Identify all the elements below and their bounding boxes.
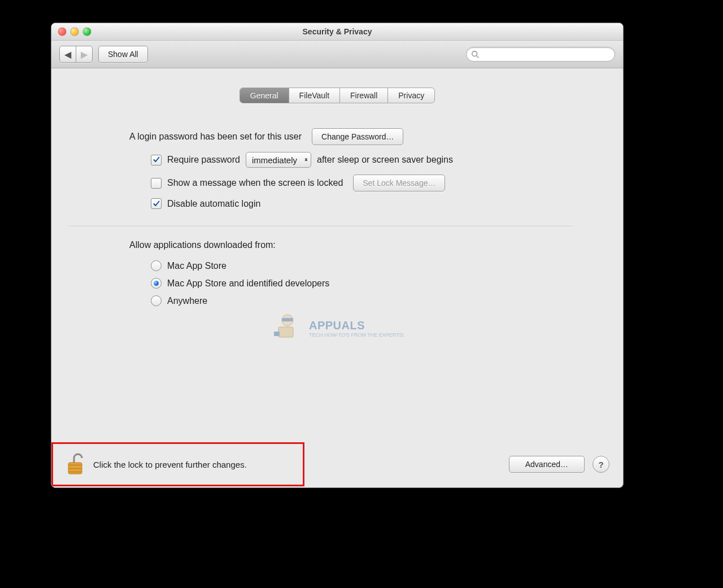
chevron-right-icon: ▶: [81, 49, 88, 60]
svg-rect-8: [68, 468, 82, 469]
require-password-suffix: after sleep or screen saver begins: [317, 155, 453, 165]
svg-rect-5: [274, 332, 280, 336]
nav-back-forward: ◀ ▶: [59, 46, 93, 63]
mascot-icon: [271, 312, 304, 344]
content-area: General FileVault Firewall Privacy A log…: [51, 68, 623, 488]
require-password-label: Require password: [167, 155, 240, 165]
allow-apps-heading: Allow applications downloaded from:: [129, 240, 276, 250]
window-title: Security & Privacy: [51, 27, 623, 36]
search-input[interactable]: [482, 50, 610, 59]
change-password-label: Change Password…: [321, 132, 394, 141]
tab-label: Privacy: [398, 91, 424, 100]
allow-apps-option-label: Mac App Store and identified developers: [167, 278, 329, 289]
help-button[interactable]: ?: [593, 456, 609, 473]
unlock-icon: [66, 452, 86, 476]
login-password-text: A login password has been set for this u…: [129, 132, 302, 142]
show-all-button[interactable]: Show All: [98, 46, 148, 63]
tab-general[interactable]: General: [240, 88, 289, 103]
show-lock-message-label: Show a message when the screen is locked: [167, 178, 343, 188]
advanced-button[interactable]: Advanced…: [509, 456, 585, 473]
show-lock-message-checkbox[interactable]: [151, 178, 162, 189]
help-icon: ?: [598, 460, 603, 469]
advanced-label: Advanced…: [525, 460, 568, 469]
svg-line-1: [477, 56, 479, 58]
watermark-brand: APPUALS: [309, 319, 365, 332]
require-password-checkbox[interactable]: [151, 155, 162, 165]
svg-rect-9: [68, 471, 82, 473]
tab-label: General: [250, 91, 278, 100]
allow-apps-option-mac-app-store[interactable]: [151, 260, 162, 271]
allow-apps-option-label: Anywhere: [167, 296, 207, 306]
titlebar: Security & Privacy: [51, 23, 623, 41]
disable-auto-login-label: Disable automatic login: [167, 199, 260, 209]
section-divider: [68, 226, 572, 227]
set-lock-message-label: Set Lock Message…: [363, 178, 435, 188]
preferences-window: Security & Privacy ◀ ▶ Show All: [51, 23, 624, 488]
svg-rect-7: [68, 464, 82, 466]
lock-button[interactable]: [66, 452, 86, 476]
allow-apps-option-identified-developers[interactable]: [151, 278, 162, 289]
tab-filevault[interactable]: FileVault: [289, 88, 340, 103]
svg-rect-2: [278, 327, 293, 337]
tab-privacy[interactable]: Privacy: [388, 88, 434, 103]
allow-apps-option-label: Mac App Store: [167, 261, 227, 271]
search-icon: [471, 50, 479, 58]
tab-firewall[interactable]: Firewall: [340, 88, 388, 103]
search-field[interactable]: [466, 47, 615, 62]
require-password-delay-popup[interactable]: immediately ▲▼: [246, 152, 311, 168]
svg-rect-4: [282, 318, 293, 321]
forward-button[interactable]: ▶: [76, 46, 92, 62]
back-button[interactable]: ◀: [60, 46, 76, 62]
change-password-button[interactable]: Change Password…: [312, 128, 403, 145]
lock-text: Click the lock to prevent further change…: [93, 460, 247, 469]
svg-point-3: [282, 315, 293, 326]
tab-label: Firewall: [350, 91, 377, 100]
disable-auto-login-checkbox[interactable]: [151, 198, 162, 209]
watermark-tagline: TECH HOW-TO'S FROM THE EXPERTS!: [309, 332, 404, 338]
tabs: General FileVault Firewall Privacy: [68, 88, 606, 103]
require-password-delay-value: immediately: [252, 155, 297, 165]
tab-label: FileVault: [299, 91, 329, 100]
chevron-left-icon: ◀: [64, 49, 71, 60]
show-all-label: Show All: [108, 50, 138, 59]
set-lock-message-button[interactable]: Set Lock Message…: [353, 175, 445, 191]
footer: Click the lock to prevent further change…: [51, 440, 623, 488]
watermark: APPUALS TECH HOW-TO'S FROM THE EXPERTS!: [271, 312, 404, 344]
toolbar: ◀ ▶ Show All: [51, 41, 623, 68]
allow-apps-option-anywhere[interactable]: [151, 295, 162, 306]
